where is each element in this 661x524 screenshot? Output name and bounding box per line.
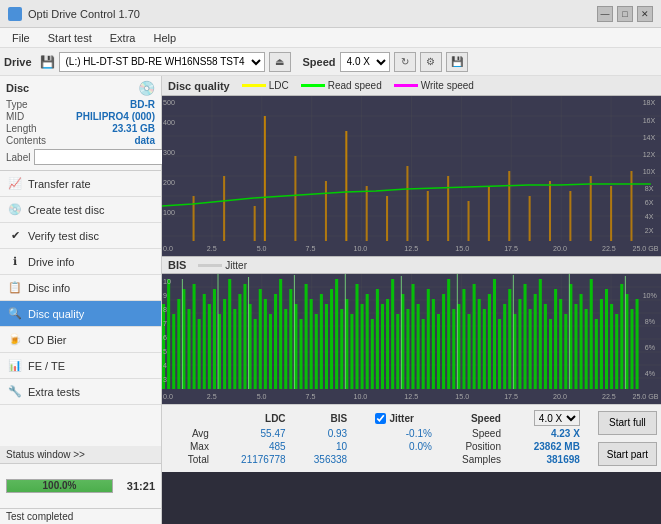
nav-disc-quality[interactable]: 🔍 Disc quality bbox=[0, 301, 161, 327]
svg-rect-120 bbox=[371, 319, 374, 389]
mid-value: PHILIPRO4 (000) bbox=[76, 111, 155, 122]
svg-text:4: 4 bbox=[163, 362, 167, 369]
close-button[interactable]: ✕ bbox=[637, 6, 653, 22]
menu-start-test[interactable]: Start test bbox=[40, 31, 100, 45]
svg-rect-151 bbox=[529, 309, 532, 389]
main-layout: Disc 💿 Type BD-R MID PHILIPRO4 (000) Len… bbox=[0, 76, 661, 524]
title-bar-left: Opti Drive Control 1.70 bbox=[8, 7, 140, 21]
disc-info-icon: 📋 bbox=[8, 281, 22, 295]
svg-rect-127 bbox=[406, 309, 409, 389]
svg-rect-124 bbox=[391, 279, 394, 389]
svg-text:400: 400 bbox=[163, 119, 175, 126]
total-spacer2 bbox=[369, 453, 437, 466]
menu-extra[interactable]: Extra bbox=[102, 31, 144, 45]
refresh-button[interactable]: ↻ bbox=[394, 52, 416, 72]
disc-panel: Disc 💿 Type BD-R MID PHILIPRO4 (000) Len… bbox=[0, 76, 161, 171]
svg-rect-171 bbox=[630, 309, 633, 389]
sidebar-spacer bbox=[0, 405, 161, 446]
svg-text:9: 9 bbox=[163, 292, 167, 299]
svg-rect-16 bbox=[193, 196, 195, 241]
jitter-label[interactable]: Jitter bbox=[375, 413, 431, 424]
nav-fe-te-label: FE / TE bbox=[28, 360, 65, 372]
save-button[interactable]: 💾 bbox=[446, 52, 468, 72]
nav-fe-te[interactable]: 📊 FE / TE bbox=[0, 353, 161, 379]
maximize-button[interactable]: □ bbox=[617, 6, 633, 22]
drive-icon: 💾 bbox=[40, 55, 55, 69]
nav-extra-tests[interactable]: 🔧 Extra tests bbox=[0, 379, 161, 405]
max-bis: 10 bbox=[292, 440, 354, 453]
svg-text:7.5: 7.5 bbox=[306, 393, 316, 400]
menu-help[interactable]: Help bbox=[145, 31, 184, 45]
svg-rect-140 bbox=[473, 284, 476, 389]
svg-rect-113 bbox=[335, 279, 338, 389]
settings-button[interactable]: ⚙ bbox=[420, 52, 442, 72]
nav-extra-tests-label: Extra tests bbox=[28, 386, 80, 398]
nav-disc-info[interactable]: 📋 Disc info bbox=[0, 275, 161, 301]
disc-mid-row: MID PHILIPRO4 (000) bbox=[6, 111, 155, 122]
svg-rect-21 bbox=[325, 181, 327, 241]
svg-rect-133 bbox=[437, 314, 440, 389]
progress-text: 100.0% bbox=[7, 480, 112, 492]
svg-rect-161 bbox=[580, 294, 583, 389]
svg-text:18X: 18X bbox=[643, 99, 656, 106]
minimize-button[interactable]: — bbox=[597, 6, 613, 22]
svg-rect-135 bbox=[447, 279, 450, 389]
svg-rect-86 bbox=[198, 319, 201, 389]
max-position-label: Position bbox=[438, 440, 507, 453]
col-header-jitter: Jitter bbox=[369, 409, 437, 427]
ldc-legend-label: LDC bbox=[269, 80, 289, 91]
svg-rect-18 bbox=[254, 206, 256, 241]
svg-rect-136 bbox=[452, 309, 455, 389]
read-speed-legend-label: Read speed bbox=[328, 80, 382, 91]
svg-text:5.0: 5.0 bbox=[257, 393, 267, 400]
nav-create-test-disc[interactable]: 💿 Create test disc bbox=[0, 197, 161, 223]
svg-rect-24 bbox=[386, 196, 388, 241]
svg-rect-121 bbox=[376, 289, 379, 389]
speed-select-stats[interactable]: 4.0 X bbox=[534, 410, 580, 426]
nav-disc-quality-label: Disc quality bbox=[28, 308, 84, 320]
svg-rect-100 bbox=[269, 314, 272, 389]
svg-rect-158 bbox=[564, 314, 567, 389]
eject-button[interactable]: ⏏ bbox=[269, 52, 291, 72]
svg-rect-118 bbox=[361, 304, 364, 389]
svg-rect-99 bbox=[264, 299, 267, 389]
svg-text:0.0: 0.0 bbox=[163, 393, 173, 400]
quality-chart-header: Disc quality LDC Read speed Write speed bbox=[162, 76, 661, 96]
nav-transfer-rate[interactable]: 📈 Transfer rate bbox=[0, 171, 161, 197]
speed-select[interactable]: 4.0 X bbox=[340, 52, 390, 72]
svg-text:20.0: 20.0 bbox=[553, 245, 567, 252]
svg-rect-152 bbox=[534, 294, 537, 389]
drive-select[interactable]: (L:) HL-DT-ST BD-RE WH16NS58 TST4 bbox=[59, 52, 265, 72]
max-position-val: 23862 MB bbox=[507, 440, 586, 453]
disc-type-row: Type BD-R bbox=[6, 99, 155, 110]
svg-rect-155 bbox=[549, 319, 552, 389]
label-input[interactable] bbox=[34, 149, 167, 165]
svg-text:7: 7 bbox=[163, 320, 167, 327]
svg-rect-128 bbox=[412, 284, 415, 389]
nav-verify-test-disc[interactable]: ✔ Verify test disc bbox=[0, 223, 161, 249]
start-full-button[interactable]: Start full bbox=[598, 411, 657, 435]
svg-text:100: 100 bbox=[163, 209, 175, 216]
svg-rect-20 bbox=[294, 156, 296, 241]
nav-drive-info[interactable]: ℹ Drive info bbox=[0, 249, 161, 275]
svg-text:300: 300 bbox=[163, 149, 175, 156]
avg-label: Avg bbox=[170, 427, 215, 440]
svg-text:0.0: 0.0 bbox=[163, 245, 173, 252]
svg-text:4X: 4X bbox=[645, 213, 654, 220]
svg-rect-117 bbox=[355, 284, 358, 389]
status-window-button[interactable]: Status window >> bbox=[0, 446, 161, 464]
svg-rect-122 bbox=[381, 304, 384, 389]
nav-transfer-rate-label: Transfer rate bbox=[28, 178, 91, 190]
jitter-checkbox[interactable] bbox=[375, 413, 386, 424]
svg-rect-160 bbox=[574, 304, 577, 389]
svg-text:2.5: 2.5 bbox=[207, 393, 217, 400]
svg-text:25.0 GB: 25.0 GB bbox=[632, 245, 658, 252]
menu-file[interactable]: File bbox=[4, 31, 38, 45]
svg-rect-132 bbox=[432, 299, 435, 389]
nav-cd-bier[interactable]: 🍺 CD Bier bbox=[0, 327, 161, 353]
svg-rect-139 bbox=[468, 314, 471, 389]
svg-rect-141 bbox=[478, 299, 481, 389]
svg-rect-108 bbox=[310, 299, 313, 389]
title-bar-text: Opti Drive Control 1.70 bbox=[28, 8, 140, 20]
start-part-button[interactable]: Start part bbox=[598, 442, 657, 466]
